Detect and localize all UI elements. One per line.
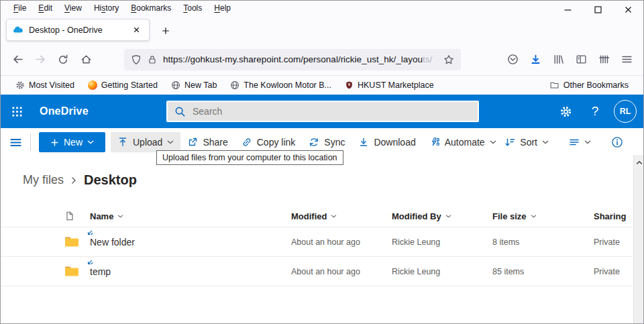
tab-bar: Desktop - OneDrive bbox=[1, 15, 643, 44]
sort-button[interactable]: Sort bbox=[498, 132, 555, 152]
file-name[interactable]: New folder bbox=[90, 237, 135, 248]
home-button[interactable] bbox=[74, 49, 97, 70]
column-sharing[interactable]: Sharing bbox=[594, 211, 633, 221]
file-row-temp[interactable]: temp About an hour ago Rickie Leung 85 i… bbox=[1, 257, 633, 286]
menu-bookmarks[interactable]: Bookmarks bbox=[125, 1, 177, 15]
automate-button[interactable]: Automate bbox=[423, 132, 503, 152]
library-button[interactable] bbox=[547, 49, 570, 70]
chevron-down-icon bbox=[490, 140, 496, 144]
navigation-toolbar: https://gohkust-my.sharepoint.com/person… bbox=[1, 44, 643, 76]
reload-button[interactable] bbox=[52, 49, 74, 70]
bookmark-hkust-marketplace[interactable]: HKUST Marketplace bbox=[338, 78, 441, 92]
download-icon bbox=[358, 137, 369, 148]
help-button[interactable]: ? bbox=[584, 101, 606, 122]
flow-automate-icon bbox=[429, 137, 440, 148]
nav-pane-toggle-button[interactable] bbox=[7, 135, 23, 150]
file-size: 85 items bbox=[492, 267, 594, 276]
column-name[interactable]: Name bbox=[90, 211, 291, 221]
command-bar-right: Sort bbox=[498, 132, 630, 152]
copy-link-button[interactable]: Copy link bbox=[235, 132, 303, 152]
chevron-down-icon bbox=[445, 215, 451, 218]
new-item-badge-icon bbox=[86, 230, 93, 237]
url-bar[interactable]: https://gohkust-my.sharepoint.com/person… bbox=[124, 49, 461, 70]
new-item-badge-icon bbox=[86, 260, 93, 267]
shield-icon[interactable] bbox=[131, 54, 142, 65]
details-pane-button[interactable] bbox=[604, 132, 630, 152]
downloads-button[interactable] bbox=[524, 49, 547, 70]
url-text[interactable]: https://gohkust-my.sharepoint.com/person… bbox=[163, 54, 454, 64]
lock-icon[interactable] bbox=[147, 54, 158, 65]
search-input[interactable] bbox=[193, 106, 471, 117]
bookmark-getting-started[interactable]: Getting Started bbox=[81, 78, 164, 92]
close-icon bbox=[132, 25, 141, 34]
pocket-button[interactable] bbox=[501, 49, 524, 70]
other-bookmarks-button[interactable]: Other Bookmarks bbox=[543, 78, 635, 92]
bookmark-new-tab[interactable]: New Tab bbox=[164, 78, 223, 92]
back-button[interactable] bbox=[6, 49, 29, 70]
header-right-actions: ? RL bbox=[555, 95, 637, 128]
app-menu-button[interactable] bbox=[615, 49, 638, 70]
view-options-button[interactable] bbox=[562, 132, 598, 152]
bookmark-kowloon-motor[interactable]: The Kowloon Motor B... bbox=[223, 78, 338, 92]
new-tab-button[interactable] bbox=[158, 23, 174, 39]
menu-view[interactable]: View bbox=[58, 1, 88, 15]
menu-tools[interactable]: Tools bbox=[177, 1, 208, 15]
column-modified[interactable]: Modified bbox=[291, 211, 392, 221]
bookmark-star-button[interactable] bbox=[441, 52, 457, 67]
tab-desktop-onedrive[interactable]: Desktop - OneDrive bbox=[6, 19, 150, 41]
tab-close-button[interactable] bbox=[129, 23, 144, 38]
menu-edit[interactable]: Edit bbox=[32, 1, 58, 15]
command-items: Upload Share Copy link Sync Download Aut… bbox=[111, 132, 503, 152]
folder-icon bbox=[64, 266, 79, 277]
app-name[interactable]: OneDrive bbox=[40, 105, 89, 117]
menu-help[interactable]: Help bbox=[208, 1, 237, 15]
download-button[interactable]: Download bbox=[352, 132, 422, 152]
breadcrumb: My files Desktop bbox=[23, 172, 137, 188]
file-size: 8 items bbox=[492, 237, 594, 247]
scroll-up-arrow[interactable] bbox=[635, 160, 643, 165]
column-file-size[interactable]: File size bbox=[492, 211, 594, 221]
file-sharing: Private bbox=[594, 267, 633, 276]
waffle-icon bbox=[11, 106, 23, 117]
table-header-row: Name Modified Modified By File size Shar… bbox=[1, 205, 633, 227]
app-launcher-button[interactable] bbox=[1, 95, 33, 128]
settings-button[interactable] bbox=[555, 101, 576, 122]
sort-icon bbox=[504, 137, 515, 148]
upload-tooltip: Upload files from your computer to this … bbox=[156, 150, 343, 165]
close-icon bbox=[623, 5, 633, 15]
column-modified-by[interactable]: Modified By bbox=[392, 211, 492, 221]
menu-history[interactable]: History bbox=[88, 1, 125, 15]
minimize-icon bbox=[563, 5, 573, 15]
globe-icon bbox=[230, 80, 239, 90]
extension-button[interactable] bbox=[592, 49, 615, 70]
file-name[interactable]: temp bbox=[90, 266, 111, 277]
file-browser-content: My files Desktop Name Modified Modified … bbox=[1, 156, 643, 323]
file-modified: About an hour ago bbox=[291, 267, 392, 276]
chevron-down-icon bbox=[87, 140, 94, 144]
new-button[interactable]: New bbox=[39, 132, 105, 152]
sidebars-button[interactable] bbox=[570, 49, 592, 70]
sync-button[interactable]: Sync bbox=[302, 132, 352, 152]
file-row-new-folder[interactable]: New folder About an hour ago Rickie Leun… bbox=[1, 227, 633, 257]
menu-file[interactable]: File bbox=[7, 1, 32, 15]
reload-icon bbox=[58, 54, 68, 65]
column-type[interactable] bbox=[64, 211, 90, 221]
account-avatar[interactable]: RL bbox=[614, 100, 637, 123]
home-icon bbox=[80, 54, 92, 65]
maximize-icon bbox=[593, 5, 603, 15]
globe-icon bbox=[171, 80, 180, 90]
onedrive-suite-header: OneDrive ? RL bbox=[1, 95, 643, 128]
plus-icon bbox=[50, 138, 59, 147]
upload-button[interactable]: Upload bbox=[111, 132, 180, 152]
bookmark-most-visited[interactable]: Most Visited bbox=[9, 78, 81, 92]
forward-button[interactable] bbox=[29, 49, 52, 70]
share-button[interactable]: Share bbox=[180, 132, 234, 152]
search-box[interactable] bbox=[166, 101, 479, 122]
breadcrumb-my-files[interactable]: My files bbox=[23, 173, 64, 187]
chevron-down-icon bbox=[531, 215, 537, 218]
firefox-sphere-icon bbox=[88, 80, 97, 90]
vertical-scrollbar[interactable] bbox=[633, 155, 643, 323]
menu-bar: File Edit View History Bookmarks Tools H… bbox=[1, 1, 643, 15]
forward-icon bbox=[35, 54, 46, 65]
hamburger-menu-icon bbox=[9, 136, 22, 149]
